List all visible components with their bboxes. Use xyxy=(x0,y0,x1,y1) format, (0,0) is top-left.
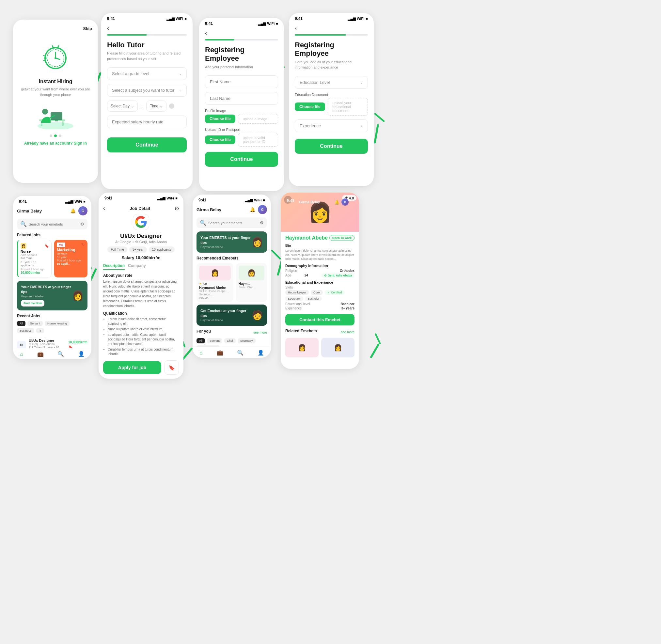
avatar[interactable]: G xyxy=(341,199,349,206)
screen-register-personal: 9:41 ▂▄▆ WiFi ■ ‹ RegisteringEmployee Ad… xyxy=(199,18,284,191)
wifi-icon: WiFi xyxy=(166,196,174,200)
progress-fill xyxy=(205,39,234,41)
profile-image-label: Profile Image xyxy=(205,109,278,113)
experience-dropdown[interactable]: Experience ⌄ xyxy=(295,119,368,132)
nav-search[interactable]: 🔍 xyxy=(237,350,244,356)
rec-card-2[interactable]: 👩 Haym... Skills: Chef... xyxy=(236,263,267,302)
svg-rect-13 xyxy=(62,121,64,126)
nav-briefcase[interactable]: 💼 xyxy=(37,351,44,357)
continue-button[interactable]: Continue xyxy=(205,152,278,167)
filter-servant[interactable]: Servant xyxy=(207,338,222,343)
related-card-1[interactable]: 👩 xyxy=(285,338,319,358)
wifi-icon: WiFi xyxy=(74,200,82,203)
choose-file-button-2[interactable]: Choose file xyxy=(205,135,235,144)
screen-hello-tutor: 9:41 ▂▄▆ WiFi ■ ‹ Hello Tutor Please fil… xyxy=(101,13,192,189)
back-button[interactable]: ‹ xyxy=(107,25,109,32)
status-bar: 9:41 ▂▄▆ WiFi ■ xyxy=(98,192,183,202)
svg-point-6 xyxy=(54,57,56,59)
nurse-posted: Posted 1 hour ago xyxy=(21,268,49,271)
continue-button[interactable]: Continue xyxy=(295,139,368,154)
back-button[interactable]: ‹ xyxy=(103,205,105,212)
related-cards: 👩 👩 xyxy=(285,338,355,358)
filter-all[interactable]: All xyxy=(197,338,205,343)
notification-icon[interactable]: 🔔 xyxy=(70,208,76,213)
filter-housekeeping[interactable]: House keeping xyxy=(45,321,70,326)
search-input[interactable] xyxy=(208,221,258,225)
nav-briefcase[interactable]: 💼 xyxy=(217,350,223,356)
bookmark-button[interactable]: 🔖 xyxy=(164,360,179,375)
page-subtitle: Add your personal information xyxy=(205,64,278,70)
filter-all[interactable]: All xyxy=(17,321,25,326)
avatar[interactable]: G xyxy=(78,206,88,215)
signin-link[interactable]: Sign In xyxy=(74,141,87,145)
apply-button[interactable]: Apply for job xyxy=(103,361,161,374)
last-name-input[interactable] xyxy=(205,92,278,105)
subject-dropdown[interactable]: Select a subject you want to tutor ⌄ xyxy=(107,84,187,97)
salary-input[interactable] xyxy=(107,116,187,128)
page-title: RegisteringEmployee xyxy=(205,46,278,63)
notification-icon[interactable]: 🔔 xyxy=(334,200,340,205)
nav-home[interactable]: ⌂ xyxy=(20,351,23,357)
progress-fill xyxy=(295,34,346,36)
banner-person: 🧑 xyxy=(252,310,263,321)
screen-job-detail: 9:41 ▂▄▆ WiFi ■ ‹ Job Detail ⊙ UI/Ux Des… xyxy=(98,192,183,378)
bottom-nav: ⌂ 💼 🔍 👤 xyxy=(13,348,91,359)
progress-bar xyxy=(107,34,187,36)
chevron-down-icon: ⌄ xyxy=(131,104,134,108)
job-tags: Full Time 3+ year 10 applicants xyxy=(103,247,179,253)
first-name-input[interactable] xyxy=(205,75,278,88)
avatar[interactable]: G xyxy=(258,205,267,214)
see-more[interactable]: see more xyxy=(341,330,355,334)
battery-icon: ■ xyxy=(263,198,265,202)
back-button[interactable]: ‹ xyxy=(295,25,297,32)
nav-profile[interactable]: 👤 xyxy=(78,351,85,357)
filter-chef[interactable]: Chef xyxy=(224,338,236,343)
filter-secretary[interactable]: Secretary xyxy=(237,338,256,343)
day-dropdown[interactable]: Select Day ⌄ xyxy=(107,100,138,112)
age-row: Age 24 ⊙ Gerji, Adis Ababa xyxy=(285,273,355,278)
filter-servant[interactable]: Servant xyxy=(27,321,43,326)
featured-job-nurse[interactable]: 👩 🔖 Nurse Adis Abbaba Full Time 3+ year … xyxy=(17,240,51,277)
bio-label: Bio xyxy=(285,244,355,247)
skip-button[interactable]: Skip xyxy=(19,26,92,31)
choose-file-button-1[interactable]: Choose file xyxy=(205,115,235,123)
user-name: Girma Belay xyxy=(17,209,42,213)
emebets-banner[interactable]: Your EMEBETS at your finger tips Haymano… xyxy=(197,231,267,253)
contact-button[interactable]: Contact this Emebet xyxy=(285,314,355,325)
filter-business[interactable]: Business xyxy=(17,328,34,333)
nav-home[interactable]: ⌂ xyxy=(200,350,203,356)
share-icon[interactable]: ⊙ xyxy=(175,205,179,211)
finger-tips-banner[interactable]: Get Emebets at your finger tips Haymanot… xyxy=(197,304,267,326)
related-card-2[interactable]: 👩 xyxy=(321,338,355,358)
nurse-company: Adis Abbaba xyxy=(21,253,49,257)
emebets-banner[interactable]: Your EMEBETS at your finger tips Haymano… xyxy=(17,281,88,310)
notification-icon[interactable]: 🔔 xyxy=(250,207,255,212)
tab-company[interactable]: Company xyxy=(128,263,146,270)
banner-cta[interactable]: Find me Now xyxy=(21,300,44,306)
filter-icon[interactable]: ⚙ xyxy=(80,222,84,227)
nav-search[interactable]: 🔍 xyxy=(58,351,64,357)
bottom-nav: ⌂ 💼 🔍 👤 xyxy=(192,347,271,358)
education-level-dropdown[interactable]: Education Level ⌄ xyxy=(295,76,368,89)
search-input[interactable] xyxy=(29,222,78,226)
edu-exp-label: Educational and Experiance xyxy=(285,280,355,284)
search-bar: 🔍 ⚙ xyxy=(197,217,267,228)
time-dropdown[interactable]: Time ⌄ xyxy=(146,100,166,112)
battery-icon: ■ xyxy=(175,196,178,200)
continue-button[interactable]: Continue xyxy=(107,137,187,153)
grade-level-dropdown[interactable]: Select a grade level ⌄ xyxy=(107,67,187,80)
nav-profile[interactable]: 👤 xyxy=(257,350,264,356)
search-bar: 🔍 ⚙ xyxy=(17,219,88,229)
see-more-link[interactable]: see more xyxy=(253,331,267,334)
rec-card-1[interactable]: 👩 ★ 4.8 Haymanot Abebe Skills: House Kee… xyxy=(197,263,233,302)
tab-description[interactable]: Description xyxy=(103,263,125,270)
choose-file-button-edu[interactable]: Choose file xyxy=(295,102,325,111)
skills-list: House keeper Cook ✓ Certified xyxy=(285,290,355,295)
edu-doc-upload: Choose file upload your educational docu… xyxy=(295,98,368,116)
status-bar: 9:41 ▂▄▆ WiFi ■ xyxy=(192,194,271,204)
filter-icon[interactable]: ⚙ xyxy=(260,220,264,225)
back-button[interactable]: ‹ xyxy=(205,30,207,37)
page-title: Hello Tutor xyxy=(107,41,187,49)
featured-job-marketing[interactable]: MC 🔖 Marketing Remote 3+ year Posted 1 h… xyxy=(54,240,88,277)
filter-it[interactable]: IT xyxy=(36,328,44,333)
